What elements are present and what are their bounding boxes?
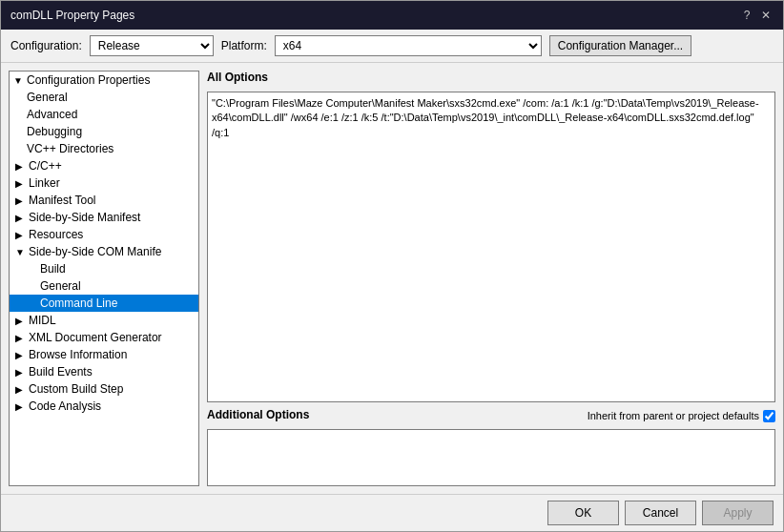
inherit-label-container: Inherit from parent or project defaults [588, 410, 775, 422]
close-button[interactable]: ✕ [758, 8, 774, 23]
tree-label-sbs: Side-by-Side Manifest [29, 211, 140, 224]
config-manager-button[interactable]: Configuration Manager... [549, 35, 691, 56]
tree-label-general: General [27, 91, 68, 104]
tree-label-cpp: C/C++ [29, 159, 62, 173]
expand-arrow-midl: ▶ [15, 316, 27, 326]
tree-label-browse: Browse Information [29, 348, 127, 361]
tree-scroll[interactable]: ▼ Configuration Properties General Advan… [10, 72, 198, 485]
tree-item-build[interactable]: Build [10, 260, 198, 277]
expand-arrow-code: ▶ [15, 401, 27, 412]
tree-item-manifest-tool[interactable]: ▶ Manifest Tool [10, 192, 198, 209]
additional-options-header: Additional Options Inherit from parent o… [207, 408, 775, 423]
tree-item-resources[interactable]: ▶ Resources [10, 226, 198, 243]
property-pages-dialog: comDLL Property Pages ? ✕ Configuration:… [0, 0, 784, 532]
tree-label-xml: XML Document Generator [29, 331, 162, 344]
platform-select[interactable]: x64 [275, 35, 542, 56]
tree-item-build-events[interactable]: ▶ Build Events [10, 363, 198, 380]
toolbar: Configuration: Release Platform: x64 Con… [1, 30, 783, 63]
cancel-button[interactable]: Cancel [625, 501, 696, 525]
all-options-title: All Options [207, 71, 775, 84]
tree-item-general[interactable]: General [10, 89, 198, 106]
tree-label-build: Build [40, 262, 66, 276]
all-options-text: "C:\Program Files\Maze Computer\Manifest… [212, 97, 759, 138]
tree-label-command-line: Command Line [40, 297, 117, 310]
expand-arrow-xml: ▶ [15, 333, 27, 343]
title-bar-controls: ? ✕ [739, 8, 774, 23]
right-panel: All Options "C:\Program Files\Maze Compu… [207, 71, 775, 486]
tree-item-custom-build[interactable]: ▶ Custom Build Step [10, 380, 198, 398]
expand-arrow-browse: ▶ [15, 350, 27, 360]
tree-item-root[interactable]: ▼ Configuration Properties [10, 72, 198, 89]
button-bar: OK Cancel Apply [1, 494, 783, 531]
tree-label-debugging: Debugging [27, 125, 82, 138]
tree-item-advanced[interactable]: Advanced [10, 106, 198, 123]
expand-arrow-build-events: ▶ [15, 367, 27, 378]
tree-item-linker[interactable]: ▶ Linker [10, 174, 198, 192]
tree-scrollbar[interactable] [10, 485, 198, 486]
expand-arrow-sxscom: ▼ [15, 247, 27, 257]
expand-arrow-cpp: ▶ [15, 161, 27, 172]
tree-label-build-events: Build Events [29, 365, 93, 379]
tree-label-custom: Custom Build Step [29, 382, 123, 396]
apply-button[interactable]: Apply [702, 501, 774, 525]
inherit-text: Inherit from parent or project defaults [588, 410, 759, 421]
tree-item-sidebyside[interactable]: ▶ Side-by-Side Manifest [10, 209, 198, 226]
tree-label-manifest: Manifest Tool [29, 194, 95, 207]
expand-arrow-custom: ▶ [15, 384, 27, 395]
tree-item-sxs-general[interactable]: General [10, 277, 198, 295]
tree-item-debugging[interactable]: Debugging [10, 123, 198, 140]
tree-label-code: Code Analysis [29, 399, 101, 413]
expand-arrow-manifest: ▶ [15, 195, 27, 206]
all-options-box[interactable]: "C:\Program Files\Maze Computer\Manifest… [207, 92, 775, 402]
tree-label-advanced: Advanced [27, 108, 77, 121]
additional-options-title: Additional Options [207, 408, 309, 421]
tree-label-root: Configuration Properties [27, 73, 150, 87]
tree-label-vcpp: VC++ Directories [27, 142, 113, 155]
tree-label-linker: Linker [29, 176, 60, 190]
platform-label: Platform: [221, 39, 267, 52]
expand-arrow-resources: ▶ [15, 230, 27, 240]
tree-panel: ▼ Configuration Properties General Advan… [9, 71, 199, 486]
expand-arrow-root: ▼ [13, 75, 25, 86]
tree-item-midl[interactable]: ▶ MIDL [10, 312, 198, 329]
tree-label-midl: MIDL [29, 314, 56, 327]
tree-item-cpp[interactable]: ▶ C/C++ [10, 157, 198, 174]
tree-item-xml-doc[interactable]: ▶ XML Document Generator [10, 329, 198, 346]
tree-item-browse[interactable]: ▶ Browse Information [10, 346, 198, 363]
additional-options-box[interactable] [207, 429, 775, 486]
config-label: Configuration: [10, 39, 82, 52]
dialog-title: comDLL Property Pages [10, 9, 134, 22]
tree-item-code-analysis[interactable]: ▶ Code Analysis [10, 398, 198, 415]
tree-label-sxs-general: General [40, 279, 81, 293]
expand-arrow-linker: ▶ [15, 178, 27, 189]
tree-label-sxscom: Side-by-Side COM Manife [29, 245, 161, 258]
tree-item-vcpp[interactable]: VC++ Directories [10, 140, 198, 157]
configuration-select[interactable]: Release [90, 35, 214, 56]
tree-label-resources: Resources [29, 228, 83, 241]
tree-item-sxscom[interactable]: ▼ Side-by-Side COM Manife [10, 243, 198, 260]
ok-button[interactable]: OK [547, 501, 619, 525]
expand-arrow-sbs: ▶ [15, 213, 27, 223]
main-content: ▼ Configuration Properties General Advan… [1, 63, 783, 494]
help-button[interactable]: ? [739, 8, 754, 23]
inherit-checkbox[interactable] [763, 410, 775, 422]
title-bar: comDLL Property Pages ? ✕ [1, 1, 783, 30]
tree-item-command-line[interactable]: Command Line [10, 295, 198, 312]
